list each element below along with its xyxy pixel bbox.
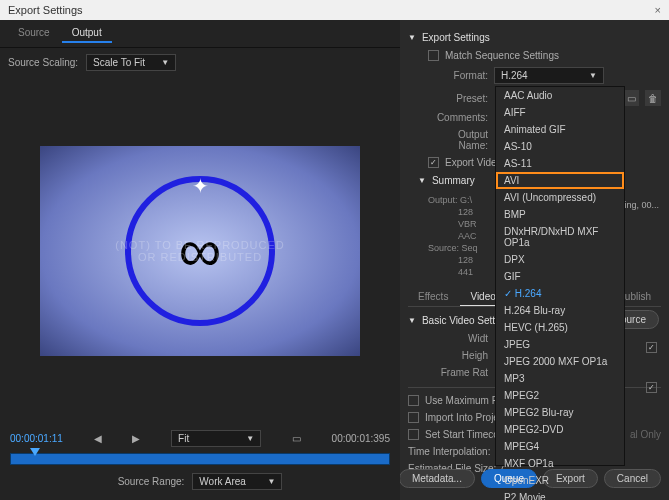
comments-label: Comments: <box>428 112 488 123</box>
source-scaling-label: Source Scaling: <box>8 57 78 68</box>
export-video-checkbox[interactable] <box>428 157 439 168</box>
window-title: Export Settings <box>8 4 83 16</box>
chevron-down-icon: ▼ <box>589 71 597 80</box>
aspect-icon[interactable]: ▭ <box>292 433 301 444</box>
max-render-checkbox[interactable] <box>408 395 419 406</box>
framerate-label: Frame Rat <box>428 367 488 378</box>
output-name-label: Output Name: <box>428 129 488 151</box>
only-hint: al Only <box>630 429 661 440</box>
width-link-checkbox[interactable] <box>646 342 657 353</box>
time-interp-label: Time Interpolation: <box>408 446 490 457</box>
format-option[interactable]: P2 Movie <box>496 489 624 500</box>
basic-video-label: Basic Video Setti <box>422 315 497 326</box>
step-fwd-icon[interactable]: ▶ <box>132 433 140 444</box>
format-label: Format: <box>428 70 488 81</box>
format-option[interactable]: JPEG <box>496 336 624 353</box>
height-label: Heigh <box>428 350 488 361</box>
format-option[interactable]: AAC Audio <box>496 87 624 104</box>
format-option[interactable]: MPEG2 Blu-ray <box>496 404 624 421</box>
match-sequence-checkbox[interactable] <box>428 50 439 61</box>
width-label: Widt <box>428 333 488 344</box>
format-option[interactable]: DPX <box>496 251 624 268</box>
collapse-icon: ▼ <box>418 176 426 185</box>
star-icon: ✦ <box>192 174 209 198</box>
zoom-fit-value: Fit <box>178 433 189 444</box>
summary-label: Summary <box>432 175 475 186</box>
video-preview: ✦ ∞ (NOT) TO BE REPRODUCED OR REDISTRIBU… <box>0 77 400 424</box>
watermark-line1: (NOT) TO BE REPRODUCED <box>115 239 285 251</box>
import-preset-icon[interactable]: ▭ <box>623 90 639 106</box>
tab-output[interactable]: Output <box>62 24 112 43</box>
format-option[interactable]: DNxHR/DNxHD MXF OP1a <box>496 223 624 251</box>
framerate-checkbox[interactable] <box>646 382 657 393</box>
format-option[interactable]: GIF <box>496 268 624 285</box>
source-scaling-value: Scale To Fit <box>93 57 145 68</box>
zoom-fit-dropdown[interactable]: Fit ▼ <box>171 430 261 447</box>
format-option[interactable]: MPEG4 <box>496 438 624 455</box>
format-option[interactable]: H.264 <box>496 285 624 302</box>
format-option[interactable]: AVI (Uncompressed) <box>496 189 624 206</box>
match-sequence-label: Match Sequence Settings <box>445 50 559 61</box>
tab-source[interactable]: Source <box>8 24 60 43</box>
import-project-checkbox[interactable] <box>408 412 419 423</box>
format-option[interactable]: BMP <box>496 206 624 223</box>
format-dropdown[interactable]: H.264 ▼ AAC AudioAIFFAnimated GIFAS-10AS… <box>494 67 604 84</box>
format-option[interactable]: AIFF <box>496 104 624 121</box>
timeline-track[interactable] <box>10 453 390 465</box>
format-option[interactable]: OpenEXR <box>496 472 624 489</box>
step-back-icon[interactable]: ◀ <box>94 433 102 444</box>
format-option[interactable]: HEVC (H.265) <box>496 319 624 336</box>
preset-label: Preset: <box>428 93 488 104</box>
source-range-label: Source Range: <box>118 476 185 487</box>
start-timecode-checkbox[interactable] <box>408 429 419 440</box>
source-range-dropdown[interactable]: Work Area ▼ <box>192 473 282 490</box>
export-settings-label: Export Settings <box>422 32 490 43</box>
format-option[interactable]: JPEG 2000 MXF OP1a <box>496 353 624 370</box>
metadata-button[interactable]: Metadata... <box>400 469 475 488</box>
chevron-down-icon: ▼ <box>161 58 169 67</box>
format-option[interactable]: MP3 <box>496 370 624 387</box>
format-option[interactable]: MPEG2-DVD <box>496 421 624 438</box>
subtab-effects[interactable]: Effects <box>408 288 458 306</box>
chevron-down-icon: ▼ <box>246 434 254 443</box>
playhead-icon[interactable] <box>30 448 40 456</box>
delete-preset-icon[interactable]: 🗑 <box>645 90 661 106</box>
export-settings-header[interactable]: ▼ Export Settings <box>408 28 661 47</box>
timecode-end: 00:00:01:395 <box>332 433 390 444</box>
timecode-current[interactable]: 00:00:01:11 <box>10 433 63 444</box>
watermark-line2: OR REDISTRIBUTED <box>115 251 285 263</box>
format-option[interactable]: AS-10 <box>496 138 624 155</box>
source-range-value: Work Area <box>199 476 246 487</box>
source-scaling-dropdown[interactable]: Scale To Fit ▼ <box>86 54 176 71</box>
format-value: H.264 <box>501 70 528 81</box>
close-icon[interactable]: × <box>655 4 661 16</box>
collapse-icon: ▼ <box>408 316 416 325</box>
format-option[interactable]: Animated GIF <box>496 121 624 138</box>
format-option[interactable]: MPEG2 <box>496 387 624 404</box>
format-option[interactable]: AVI <box>496 172 624 189</box>
export-video-label: Export Video <box>445 157 502 168</box>
format-option[interactable]: AS-11 <box>496 155 624 172</box>
format-option[interactable]: H.264 Blu-ray <box>496 302 624 319</box>
format-dropdown-list: AAC AudioAIFFAnimated GIFAS-10AS-11AVIAV… <box>495 86 625 466</box>
collapse-icon: ▼ <box>408 33 416 42</box>
chevron-down-icon: ▼ <box>267 477 275 486</box>
format-option[interactable]: MXF OP1a <box>496 455 624 472</box>
